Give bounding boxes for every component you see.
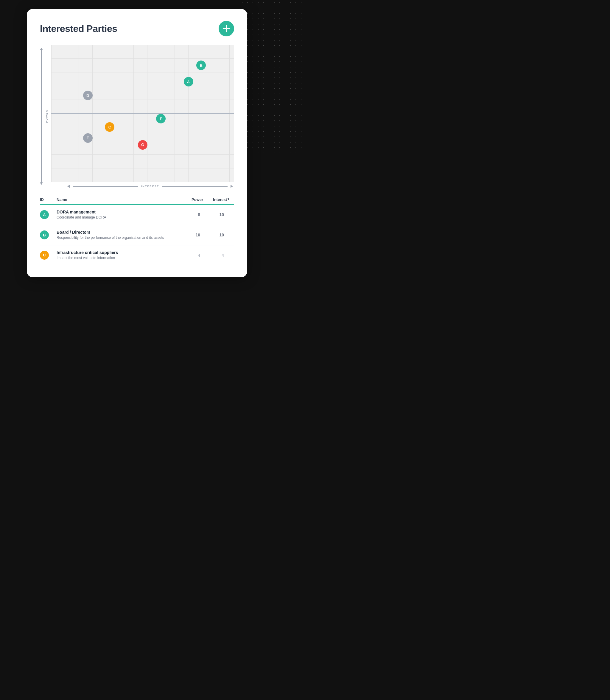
col-name: Name (57, 197, 182, 202)
table-section: ID Name Power Interest ▼ A DORA manageme… (40, 195, 234, 265)
row-interest: 4 (203, 253, 227, 258)
row-name-cell: Board / Directors Responsibility for the… (57, 230, 182, 240)
grid-icon (223, 25, 230, 32)
row-name: DORA management (57, 209, 182, 214)
y-axis (40, 48, 43, 185)
table-row[interactable]: C Infrastructure critical suppliers Impa… (40, 245, 234, 266)
row-name: Board / Directors (57, 230, 182, 235)
table-header: ID Name Power Interest ▼ (40, 195, 234, 205)
svg-point-5 (223, 28, 224, 29)
row-power: 8 (182, 212, 203, 217)
row-description: Impact the most valuable information (57, 255, 182, 261)
header-icon-button[interactable] (219, 21, 234, 36)
sort-button[interactable]: ▼ (227, 197, 234, 202)
col-id: ID (40, 197, 57, 202)
plot-point-a[interactable]: A (184, 77, 193, 87)
row-name-cell: Infrastructure critical suppliers Impact… (57, 250, 182, 261)
x-axis-line-right (162, 186, 227, 187)
row-power: 10 (182, 233, 203, 237)
table-row[interactable]: B Board / Directors Responsibility for t… (40, 225, 234, 245)
row-description: Responsibility for the performance of th… (57, 235, 182, 240)
y-axis-wrapper: POWER (40, 48, 48, 185)
x-axis-container: INTEREST (66, 185, 234, 188)
main-card: Interested Parties POWER (27, 9, 247, 277)
row-power: 4 (182, 253, 203, 258)
page-title: Interested Parties (40, 23, 117, 34)
col-power: Power (182, 197, 203, 202)
x-axis-label: INTEREST (141, 185, 159, 188)
y-axis-line (41, 50, 42, 183)
svg-point-6 (228, 28, 229, 29)
chart-plot-area: ABCDEFG INTEREST (51, 45, 234, 188)
svg-point-2 (226, 28, 227, 29)
arrow-right-icon (230, 185, 233, 188)
plot-point-d[interactable]: D (83, 91, 93, 100)
svg-point-4 (226, 31, 227, 32)
row-interest: 10 (203, 233, 227, 237)
row-id-badge: C (40, 251, 49, 260)
arrow-up-icon (40, 48, 43, 50)
row-interest: 10 (203, 212, 227, 217)
plot-point-e[interactable]: E (83, 133, 93, 143)
svg-point-3 (226, 26, 227, 27)
plot-point-b[interactable]: B (196, 61, 206, 70)
row-name: Infrastructure critical suppliers (57, 250, 182, 255)
row-description: Coordinate and manage DORA (57, 215, 182, 220)
plot-point-f[interactable]: F (156, 114, 165, 123)
chart-container: POWER ABCDEFG INTEREST (40, 45, 234, 188)
col-interest: Interest (203, 197, 227, 202)
table-body: A DORA management Coordinate and manage … (40, 205, 234, 265)
plot-point-c[interactable]: C (105, 122, 114, 132)
row-name-cell: DORA management Coordinate and manage DO… (57, 209, 182, 220)
row-id-cell: B (40, 231, 57, 239)
row-id-badge: B (40, 231, 49, 239)
y-axis-label: POWER (45, 110, 48, 123)
card-header: Interested Parties (40, 21, 234, 36)
row-id-cell: C (40, 251, 57, 260)
dot-pattern-decoration (240, 0, 305, 155)
arrow-down-icon (40, 183, 43, 185)
row-id-badge: A (40, 210, 49, 219)
chart-grid: ABCDEFG (51, 45, 234, 182)
arrow-left-icon (67, 185, 70, 188)
table-row[interactable]: A DORA management Coordinate and manage … (40, 205, 234, 225)
row-id-cell: A (40, 210, 57, 219)
x-axis-line (73, 186, 138, 187)
quadrant-vertical-line (143, 45, 143, 182)
plot-point-g[interactable]: G (138, 140, 147, 150)
